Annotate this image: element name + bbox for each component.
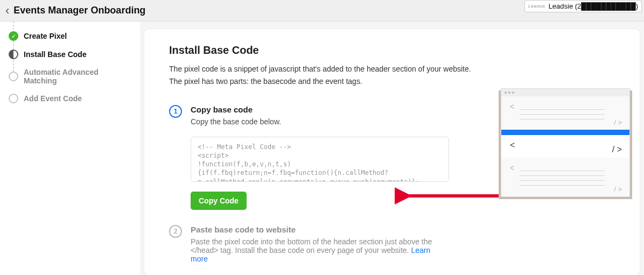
step-subtitle: Paste the pixel code into the bottom of … — [191, 237, 449, 263]
account-name: Leadsie (2███████████) — [549, 2, 638, 10]
section-description: The pixel has two parts: the basecode an… — [169, 76, 615, 87]
step-label: Add Event Code — [24, 94, 82, 103]
step-install-base-code[interactable]: Install Base Code — [9, 50, 131, 59]
step-add-event-code[interactable]: Add Event Code — [9, 94, 131, 103]
step-automatic-advanced-matching[interactable]: Automatic Advanced Matching — [9, 68, 131, 85]
section-heading: Install Base Code — [169, 44, 615, 57]
circle-icon — [9, 72, 18, 81]
section-description: The pixel code is a snippet of javascrip… — [169, 64, 615, 74]
step-paste-base-code: 2 Paste base code to website Paste the p… — [169, 225, 615, 263]
main-panel: Install Base Code The pixel code is a sn… — [144, 29, 640, 275]
step-label: Create Pixel — [24, 32, 67, 40]
step-number-1: 1 — [169, 105, 182, 118]
step-subtitle: Copy the base code below. — [191, 117, 449, 126]
pixel-code-snippet[interactable]: <!-- Meta Pixel Code --> <script> !funct… — [191, 137, 449, 182]
half-circle-icon — [9, 50, 18, 59]
step-number-2: 2 — [169, 225, 182, 238]
step-create-pixel[interactable]: ✓ Create Pixel — [9, 31, 131, 41]
back-icon[interactable]: ‹ — [5, 4, 9, 18]
step-title: Paste base code to website — [191, 225, 449, 234]
copy-code-button[interactable]: Copy Code — [191, 192, 247, 210]
step-label: Automatic Advanced Matching — [24, 68, 131, 85]
step-label: Install Base Code — [24, 50, 87, 59]
code-placement-illustration: < / > < / > < / > — [501, 88, 630, 197]
page-title: Events Manager Onboarding — [13, 5, 145, 16]
step-subtitle-text: Paste the pixel code into the bottom of … — [191, 237, 432, 255]
circle-icon — [9, 94, 18, 103]
account-selector[interactable]: Leadsie Leadsie (2███████████) — [524, 0, 642, 12]
check-icon: ✓ — [9, 31, 18, 41]
step-title: Copy base code — [191, 105, 449, 114]
account-logo: Leadsie — [528, 4, 545, 9]
onboarding-sidebar: ✓ Create Pixel Install Base Code Automat… — [0, 22, 140, 275]
